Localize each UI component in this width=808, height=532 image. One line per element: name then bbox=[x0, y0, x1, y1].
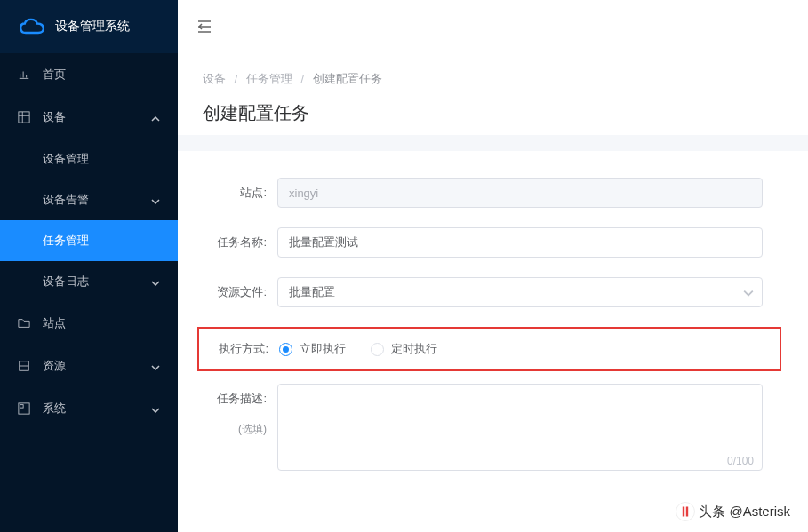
collapse-sidebar-button[interactable] bbox=[196, 18, 213, 36]
breadcrumb-sep: / bbox=[235, 72, 238, 85]
grid-icon bbox=[18, 111, 32, 123]
topbar bbox=[178, 0, 808, 53]
highlighted-section: 执行方式: 立即执行 定时执行 bbox=[197, 327, 781, 371]
resource-label: 资源文件: bbox=[204, 277, 277, 307]
sidebar-label: 系统 bbox=[43, 401, 66, 417]
sidebar-subitem-task-mgmt[interactable]: 任务管理 bbox=[0, 220, 178, 261]
watermark-text: 头条 @Asterisk bbox=[699, 504, 790, 520]
breadcrumb-item[interactable]: 设备 bbox=[203, 72, 226, 85]
dashboard-icon bbox=[18, 402, 32, 415]
content-gap bbox=[178, 135, 808, 151]
watermark-logo-icon bbox=[676, 502, 695, 521]
chart-icon bbox=[18, 68, 32, 81]
sidebar-label: 设备管理 bbox=[43, 151, 89, 167]
site-label: 站点: bbox=[204, 178, 277, 208]
sidebar-item-site[interactable]: 站点 bbox=[0, 302, 178, 345]
sidebar-item-resource[interactable]: 资源 bbox=[0, 345, 178, 387]
desc-sublabel: (选填) bbox=[204, 414, 267, 444]
cloud-icon bbox=[20, 18, 44, 36]
site-input bbox=[277, 178, 763, 208]
exec-now-radio[interactable]: 立即执行 bbox=[279, 341, 346, 357]
sidebar-label: 设备告警 bbox=[43, 192, 89, 208]
folder-icon bbox=[18, 317, 32, 330]
chevron-up-icon bbox=[151, 111, 160, 124]
sidebar-label: 首页 bbox=[43, 67, 66, 83]
sidebar-label: 资源 bbox=[43, 358, 66, 374]
task-name-input[interactable] bbox=[277, 227, 763, 258]
app-name: 设备管理系统 bbox=[55, 19, 130, 35]
task-name-label: 任务名称: bbox=[204, 227, 277, 258]
sidebar: 设备管理系统 首页 设备 设备管理 设备告警 任务管理 设备日志 站点 资源 系… bbox=[0, 0, 178, 532]
chevron-down-icon bbox=[151, 275, 160, 289]
chevron-down-icon bbox=[151, 360, 160, 373]
main-content: 设备 / 任务管理 / 创建配置任务 创建配置任务 站点: 任务名称: 资源文件… bbox=[178, 0, 808, 532]
sidebar-subitem-device-alarm[interactable]: 设备告警 bbox=[0, 179, 178, 220]
sidebar-label: 任务管理 bbox=[43, 233, 89, 249]
svg-rect-0 bbox=[19, 112, 29, 123]
exec-schedule-radio[interactable]: 定时执行 bbox=[371, 341, 437, 357]
desc-textarea[interactable] bbox=[277, 384, 763, 471]
char-counter: 0/100 bbox=[727, 455, 754, 467]
breadcrumb-sep: / bbox=[301, 72, 305, 85]
sidebar-subitem-device-log[interactable]: 设备日志 bbox=[0, 261, 178, 302]
sidebar-label: 站点 bbox=[43, 315, 66, 331]
breadcrumb-item-current: 创建配置任务 bbox=[313, 72, 382, 85]
chevron-down-icon bbox=[151, 402, 160, 416]
radio-icon bbox=[371, 343, 384, 356]
resource-select[interactable] bbox=[277, 277, 763, 307]
layers-icon bbox=[18, 360, 32, 372]
logo-area: 设备管理系统 bbox=[0, 0, 178, 53]
sidebar-label: 设备日志 bbox=[43, 274, 89, 290]
exec-mode-label: 执行方式: bbox=[206, 334, 279, 364]
chevron-down-icon bbox=[151, 194, 160, 207]
sidebar-label: 设备 bbox=[43, 109, 66, 125]
sidebar-item-system[interactable]: 系统 bbox=[0, 387, 178, 430]
sidebar-item-home[interactable]: 首页 bbox=[0, 53, 178, 96]
radio-icon bbox=[279, 343, 292, 356]
form: 站点: 任务名称: 资源文件: 执行方式: bbox=[178, 151, 808, 532]
breadcrumb-item[interactable]: 任务管理 bbox=[246, 72, 292, 85]
desc-label: 任务描述: (选填) bbox=[204, 384, 277, 444]
page-title: 创建配置任务 bbox=[203, 101, 783, 125]
radio-label: 定时执行 bbox=[391, 341, 437, 357]
breadcrumb: 设备 / 任务管理 / 创建配置任务 bbox=[203, 71, 783, 87]
watermark: 头条 @Asterisk bbox=[676, 502, 790, 521]
sidebar-item-device[interactable]: 设备 bbox=[0, 96, 178, 139]
radio-label: 立即执行 bbox=[300, 341, 346, 357]
sidebar-subitem-device-mgmt[interactable]: 设备管理 bbox=[0, 139, 178, 179]
page-header: 设备 / 任务管理 / 创建配置任务 创建配置任务 bbox=[178, 53, 808, 135]
svg-rect-3 bbox=[20, 405, 24, 409]
